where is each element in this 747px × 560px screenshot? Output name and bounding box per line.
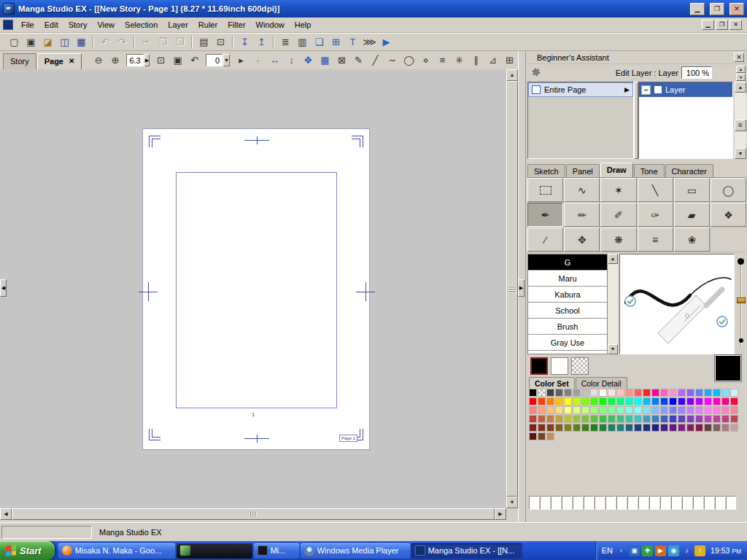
palette-swatch[interactable] — [721, 397, 729, 405]
palette-swatch[interactable] — [616, 397, 624, 405]
zoom-spin-button[interactable]: ▶ — [144, 54, 150, 66]
mini-scroll-down-button[interactable]: ▼ — [736, 74, 746, 81]
palette-swatch[interactable] — [713, 424, 721, 432]
palette-swatch[interactable] — [590, 397, 598, 405]
polygon-ruler-button[interactable]: ⋄ — [417, 52, 434, 68]
palette-swatch[interactable] — [581, 424, 589, 432]
main-color-swatch[interactable] — [530, 357, 548, 375]
maximize-button[interactable]: ❐ — [710, 3, 724, 15]
pen-item-g[interactable]: G — [528, 254, 607, 271]
hatching-button[interactable]: ≡ — [434, 52, 451, 68]
palette-swatch[interactable] — [678, 415, 686, 423]
mdi-minimize-button[interactable]: ▁ — [702, 20, 714, 30]
select-marquee-tool[interactable] — [527, 178, 563, 202]
palette-swatch[interactable] — [564, 415, 572, 423]
new-page-button[interactable]: ▢ — [6, 34, 23, 50]
clock[interactable]: 19:53 PM — [711, 546, 741, 555]
palette-swatch[interactable] — [704, 406, 712, 414]
tab-tone[interactable]: Tone — [634, 164, 665, 177]
palette-swatch[interactable] — [573, 406, 581, 414]
palette-swatch[interactable] — [713, 397, 721, 405]
eyedropper-tool[interactable]: ∕ — [527, 228, 563, 252]
palette-swatch[interactable] — [590, 424, 598, 432]
palette-swatch[interactable] — [555, 424, 563, 432]
tab-page[interactable]: Page✕ — [37, 53, 82, 69]
palette-swatch[interactable] — [660, 406, 668, 414]
palette-swatch[interactable] — [634, 424, 642, 432]
save-button[interactable]: ◫ — [56, 34, 73, 50]
horizontal-scrollbar[interactable]: ◀ ▶ — [0, 508, 506, 520]
palette-swatch[interactable] — [608, 397, 616, 405]
entire-page-item[interactable]: Entire Page ▶ — [528, 82, 633, 97]
batch-process-button[interactable]: ⋙ — [361, 34, 378, 50]
select-rectangle-tool[interactable]: ▭ — [674, 178, 710, 202]
palette-swatch[interactable] — [599, 415, 607, 423]
open-button[interactable]: ◪ — [39, 34, 56, 50]
palette-swatch[interactable] — [529, 389, 537, 397]
left-panel-collapse-handle[interactable]: ◀ — [0, 279, 7, 297]
menu-item-layer[interactable]: Layer — [163, 18, 193, 31]
material-cell[interactable] — [551, 496, 561, 510]
menu-item-help[interactable]: Help — [290, 18, 317, 31]
palette-swatch[interactable] — [643, 406, 651, 414]
zoom-out-button[interactable]: ⊖ — [90, 52, 107, 68]
material-cell[interactable] — [649, 496, 659, 510]
tab-draw[interactable]: Draw — [600, 163, 633, 177]
palette-swatch[interactable] — [616, 406, 624, 414]
palette-swatch[interactable] — [599, 424, 607, 432]
material-cell[interactable] — [573, 496, 583, 510]
palette-swatch[interactable] — [634, 406, 642, 414]
palette-swatch[interactable] — [546, 406, 554, 414]
palette-swatch[interactable] — [686, 389, 694, 397]
right-panel-collapse-handle[interactable]: ▶ — [518, 279, 525, 297]
pen-item-kabura[interactable]: Kabura — [528, 287, 607, 303]
tab-story[interactable]: Story — [3, 53, 36, 69]
palette-swatch[interactable] — [669, 415, 677, 423]
rotate-left-button[interactable]: ↶ — [186, 52, 203, 68]
minimize-button[interactable]: ▁ — [690, 3, 705, 15]
print-preview-button[interactable]: ⊡ — [212, 34, 229, 50]
palette-swatch[interactable] — [686, 424, 694, 432]
material-cell[interactable] — [584, 496, 594, 510]
palette-swatch[interactable] — [704, 415, 712, 423]
palette-swatch[interactable] — [564, 406, 572, 414]
palette-swatch[interactable] — [730, 397, 738, 405]
hide-tray-chevron-icon[interactable]: ‹ — [616, 545, 627, 556]
scroll-right-button[interactable]: ▶ — [495, 508, 506, 520]
menu-item-selection[interactable]: Selection — [120, 18, 163, 31]
layers-scrollbar[interactable]: ▲ ⊞ ▼ — [735, 82, 746, 159]
move-page-button[interactable]: ✥ — [300, 52, 317, 68]
eye-icon[interactable]: ∞ — [641, 85, 651, 95]
palette-swatch[interactable] — [643, 397, 651, 405]
material-cell[interactable] — [704, 496, 714, 510]
horizontal-scroll-thumb[interactable] — [12, 508, 495, 520]
rotate-angle-input[interactable]: 0 — [206, 54, 222, 66]
pattern-brush-tool[interactable]: ❀ — [674, 228, 710, 252]
menu-item-edit[interactable]: Edit — [39, 18, 63, 31]
palette-swatch[interactable] — [538, 397, 546, 405]
palette-swatch[interactable] — [660, 389, 668, 397]
actual-size-button[interactable]: ▣ — [169, 52, 186, 68]
palette-swatch[interactable] — [660, 424, 668, 432]
expand-arrow-icon[interactable]: ▶ — [624, 86, 630, 93]
palette-swatch[interactable] — [704, 424, 712, 432]
palette-swatch[interactable] — [625, 389, 633, 397]
pen-scroll-up-button[interactable]: ▲ — [608, 254, 618, 264]
pen-size-slider[interactable] — [736, 254, 746, 354]
palette-swatch[interactable] — [704, 389, 712, 397]
rotate-spin-button[interactable]: ▼ — [223, 54, 230, 66]
zoom-level-input[interactable]: 6.3 — [126, 54, 143, 66]
palette-swatch[interactable] — [651, 424, 659, 432]
menu-item-window[interactable]: Window — [251, 18, 290, 31]
palette-swatch[interactable] — [643, 424, 651, 432]
tab-sketch[interactable]: Sketch — [527, 164, 565, 177]
menu-item-filter[interactable]: Filter — [222, 18, 250, 31]
palette-swatch[interactable] — [669, 424, 677, 432]
pen-tool[interactable]: ✒ — [527, 203, 563, 227]
material-cell[interactable] — [726, 496, 736, 510]
palette-swatch[interactable] — [564, 397, 572, 405]
palette-swatch[interactable] — [660, 397, 668, 405]
airbrush-tool[interactable]: ❋ — [600, 228, 636, 252]
palette-swatch[interactable] — [625, 424, 633, 432]
story-settings-button[interactable]: ≣ — [277, 34, 294, 50]
